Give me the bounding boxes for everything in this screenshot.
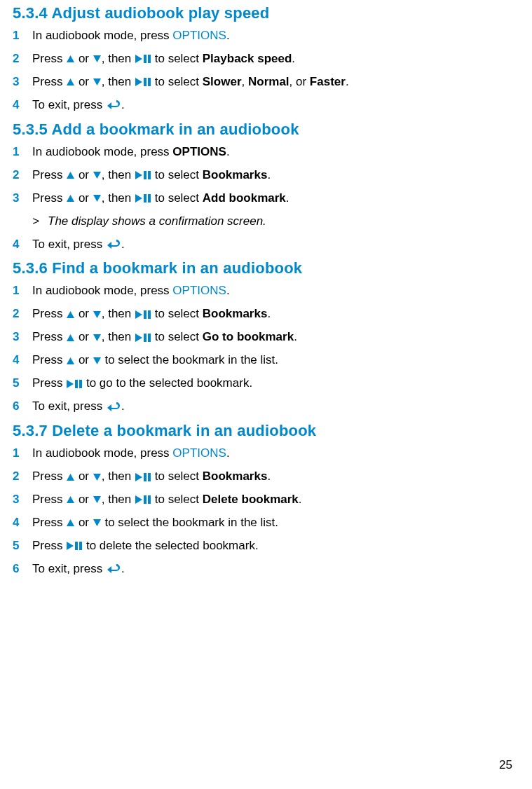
svg-marker-25 (67, 334, 74, 341)
sub-marker: > (32, 214, 48, 230)
step-text: or (75, 75, 93, 88)
step-text: . (267, 168, 271, 181)
up-arrow-icon (66, 519, 75, 527)
svg-marker-40 (67, 496, 74, 503)
step-row: 5Press to delete the selected bookmark. (13, 538, 504, 554)
step-text: to select the bookmark in the list. (102, 516, 278, 529)
up-arrow-icon (66, 473, 75, 481)
step-text: Slower (203, 75, 242, 88)
step-text: . (299, 493, 302, 506)
step-row: 1In audiobook mode, press OPTIONS. (13, 283, 504, 299)
svg-marker-37 (135, 473, 142, 481)
svg-rect-49 (79, 542, 82, 550)
svg-rect-14 (148, 171, 151, 179)
step-text: or (75, 191, 93, 205)
step-body: Press or , then to select Add bookmark. (32, 191, 504, 207)
step-number: 4 (13, 515, 32, 531)
step-row: 2Press or , then to select Bookmarks. (13, 469, 504, 485)
step-text: OPTIONS (172, 145, 226, 158)
play-pause-icon (135, 333, 151, 343)
down-arrow-icon (93, 78, 102, 86)
step-text: Press (32, 516, 66, 529)
step-row: 6To exit, press . (13, 561, 504, 577)
step-text: . (286, 191, 289, 205)
step-text: to select (151, 75, 203, 88)
step-text: Press (32, 469, 66, 483)
step-number: 4 (13, 352, 32, 369)
up-arrow-icon (66, 495, 75, 504)
play-pause-icon (135, 310, 151, 320)
svg-rect-23 (144, 310, 146, 319)
play-pause-icon (66, 379, 83, 389)
svg-marker-35 (67, 474, 74, 481)
step-number: 2 (13, 167, 32, 184)
step-body: To exit, press . (32, 561, 504, 577)
step-text: To exit, press (32, 98, 106, 111)
down-arrow-icon (93, 495, 102, 504)
svg-marker-31 (93, 357, 101, 364)
step-text: , then (102, 52, 135, 65)
page-number: 25 (499, 758, 512, 772)
step-text: to select the bookmark in the list. (102, 353, 278, 366)
step-text: In audiobook mode, press (32, 284, 172, 297)
step-text: , then (102, 168, 135, 181)
step-text: . (292, 52, 295, 65)
svg-marker-0 (67, 55, 74, 62)
step-text: Press (32, 493, 66, 506)
step-text: . (121, 399, 125, 413)
step-text: OPTIONS (172, 284, 226, 297)
svg-rect-3 (144, 55, 146, 63)
step-body: To exit, press . (32, 97, 504, 114)
step-body: Press or , then to select Slower, Normal… (32, 74, 504, 90)
step-text: . (226, 446, 230, 460)
step-text: In audiobook mode, press (32, 29, 172, 42)
step-row: 1In audiobook mode, press OPTIONS. (13, 28, 504, 44)
svg-rect-39 (148, 473, 151, 481)
svg-rect-4 (148, 55, 151, 63)
svg-rect-18 (144, 194, 146, 203)
step-text: , then (102, 469, 135, 483)
svg-marker-42 (135, 495, 142, 504)
step-text: . (346, 75, 349, 88)
svg-marker-1 (93, 55, 101, 62)
svg-marker-2 (135, 55, 142, 63)
svg-marker-45 (67, 519, 74, 526)
svg-marker-5 (67, 78, 74, 85)
step-text: to select (151, 52, 203, 65)
step-text: , (242, 75, 248, 88)
step-row: 1In audiobook mode, press OPTIONS. (13, 144, 504, 160)
step-text: Delete bookmark (203, 493, 299, 506)
up-arrow-icon (66, 194, 75, 203)
step-number: 6 (13, 561, 32, 577)
back-icon (106, 402, 121, 413)
step-body: In audiobook mode, press OPTIONS. (32, 144, 504, 160)
svg-marker-46 (93, 519, 101, 526)
step-text: To exit, press (32, 562, 106, 575)
step-text: . (121, 238, 125, 251)
step-number: 5 (13, 538, 32, 554)
step-text: Playback speed (203, 52, 292, 65)
step-text: , then (102, 307, 135, 320)
step-body: Press or , then to select Go to bookmark… (32, 329, 504, 345)
svg-marker-47 (67, 542, 74, 550)
down-arrow-icon (93, 310, 102, 319)
step-text: to select (151, 168, 203, 181)
step-text: or (75, 493, 93, 506)
step-body: To exit, press . (32, 237, 504, 253)
step-text: . (267, 307, 271, 320)
step-text: To exit, press (32, 238, 106, 251)
step-row: 4Press or to select the bookmark in the … (13, 515, 504, 531)
step-text: Bookmarks (203, 469, 268, 483)
svg-marker-16 (93, 195, 101, 202)
step-row: 1In audiobook mode, press OPTIONS. (13, 446, 504, 462)
svg-rect-19 (148, 194, 151, 203)
step-number: 2 (13, 469, 32, 485)
step-text: Press (32, 307, 66, 320)
section-heading: 5.3.6 Find a bookmark in an audiobook (13, 259, 504, 277)
step-text: . (121, 562, 125, 575)
step-row: 2Press or , then to select Playback spee… (13, 51, 504, 67)
step-body: Press or , then to select Bookmarks. (32, 167, 504, 184)
play-pause-icon (135, 495, 151, 505)
step-text: Add bookmark (203, 191, 286, 205)
svg-rect-13 (144, 171, 146, 179)
